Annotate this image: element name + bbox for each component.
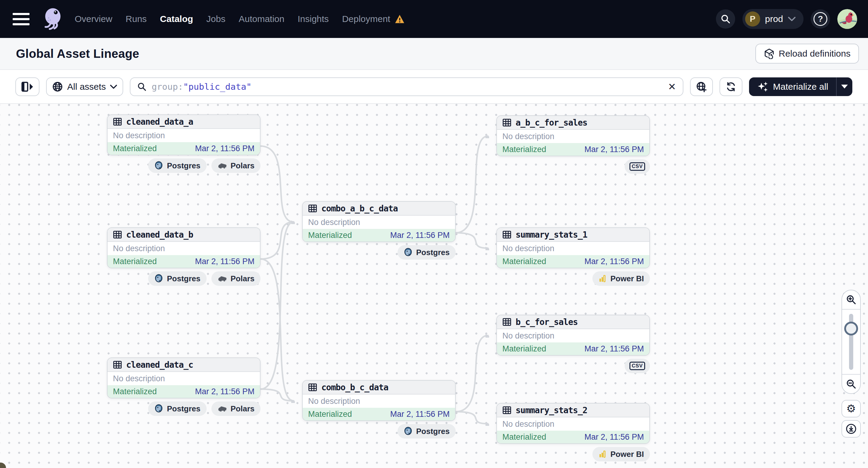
asset-node-summary-stats-1[interactable]: summary_stats_1 No description Materiali…	[496, 227, 650, 268]
chevron-down-icon	[110, 84, 117, 89]
search-query-prefix: group:	[152, 82, 183, 92]
user-avatar[interactable]	[837, 9, 857, 29]
status-badge: Materialized	[502, 145, 546, 154]
tag-polars[interactable]: Polars	[211, 271, 261, 286]
tag-csv[interactable]: CSV	[625, 159, 650, 174]
asset-tags: CSV	[496, 159, 650, 174]
asset-node-combo-a-b-c-data[interactable]: combo_a_b_c_data No description Material…	[302, 201, 456, 242]
zoom-out-button[interactable]	[842, 374, 860, 393]
asset-status-bar: Materialized Mar 2, 11:56 PM	[107, 255, 260, 268]
nav-item-overview[interactable]: Overview	[75, 14, 112, 24]
menu-icon[interactable]	[13, 9, 32, 29]
help-button[interactable]: ?	[811, 9, 830, 29]
zoom-controls	[841, 290, 861, 394]
materialization-timestamp[interactable]: Mar 2, 11:56 PM	[584, 145, 644, 154]
clear-search-icon[interactable]: ✕	[668, 82, 676, 92]
zoom-slider-handle[interactable]	[844, 322, 858, 336]
asset-description: No description	[107, 129, 260, 142]
minimap-corner	[0, 463, 6, 468]
reload-cube-icon	[764, 48, 775, 59]
refresh-button[interactable]	[719, 77, 742, 96]
tag-postgres[interactable]: Postgres	[398, 245, 456, 259]
download-image-button[interactable]	[841, 420, 861, 438]
table-icon	[113, 117, 122, 126]
lineage-toolbar: All assets group:"public_data" ✕	[0, 70, 868, 104]
asset-scope-dropdown[interactable]: All assets	[46, 77, 123, 96]
asset-node-cleaned-data-a[interactable]: cleaned_data_a No description Materializ…	[107, 115, 260, 155]
zoom-out-icon	[846, 379, 857, 389]
workspace-switcher[interactable]: P prod	[742, 9, 804, 29]
asset-tags: Postgres Polars	[107, 158, 260, 173]
nav-item-runs[interactable]: Runs	[126, 14, 147, 24]
tag-postgres[interactable]: Postgres	[148, 271, 206, 286]
asset-description: No description	[497, 242, 649, 255]
tag-power-bi[interactable]: Power BI	[592, 447, 650, 461]
nav-label: Overview	[75, 14, 112, 24]
new-asset-selection-button[interactable]	[690, 77, 713, 96]
table-icon	[308, 204, 317, 213]
tag-power-bi[interactable]: Power BI	[592, 271, 650, 286]
table-icon	[308, 383, 317, 392]
asset-tags: Postgres	[302, 245, 456, 259]
materialization-timestamp[interactable]: Mar 2, 11:56 PM	[390, 410, 450, 419]
materialization-timestamp[interactable]: Mar 2, 11:56 PM	[584, 257, 644, 266]
tag-label: Polars	[231, 161, 255, 170]
asset-node-cleaned-data-c[interactable]: cleaned_data_c No description Materializ…	[107, 357, 260, 399]
asset-scope-label: All assets	[67, 82, 106, 92]
asset-node-header: summary_stats_1	[497, 228, 649, 242]
tag-postgres[interactable]: Postgres	[398, 424, 456, 438]
nav-label: Deployment	[342, 14, 390, 24]
nav-item-catalog[interactable]: Catalog	[160, 14, 193, 24]
asset-node-header: a_b_c_for_sales	[497, 116, 649, 130]
zoom-slider[interactable]	[842, 310, 860, 374]
nav-item-deployment[interactable]: Deployment	[342, 14, 405, 24]
materialization-timestamp[interactable]: Mar 2, 11:56 PM	[195, 257, 254, 266]
nav-item-jobs[interactable]: Jobs	[206, 14, 225, 24]
page-header: Global Asset Lineage Reload definitions	[0, 38, 868, 70]
materialize-all-button[interactable]: Materialize all	[749, 77, 836, 96]
tag-postgres[interactable]: Postgres	[148, 401, 206, 416]
postgres-icon	[404, 248, 413, 257]
materialize-options-button[interactable]	[836, 77, 852, 96]
asset-description: No description	[497, 417, 649, 431]
tag-polars[interactable]: Polars	[211, 158, 261, 173]
page-title: Global Asset Lineage	[16, 47, 139, 61]
nav-item-automation[interactable]: Automation	[239, 14, 284, 24]
dagster-logo-icon[interactable]	[39, 6, 64, 32]
materialization-timestamp[interactable]: Mar 2, 11:56 PM	[195, 144, 254, 153]
search-button[interactable]	[716, 9, 735, 29]
cardinal-avatar-icon	[837, 9, 857, 29]
table-icon	[502, 406, 512, 415]
materialization-timestamp[interactable]: Mar 2, 11:56 PM	[195, 387, 254, 396]
tag-postgres[interactable]: Postgres	[148, 158, 206, 173]
asset-node-combo-b-c-data[interactable]: combo_b_c_data No description Materializ…	[302, 380, 456, 421]
tag-csv[interactable]: CSV	[625, 359, 650, 373]
asset-name: b_c_for_sales	[516, 317, 578, 327]
expand-panel-button[interactable]	[16, 77, 39, 96]
tag-label: Postgres	[167, 274, 200, 283]
asset-name: cleaned_data_b	[126, 230, 193, 240]
asset-node-header: cleaned_data_b	[107, 228, 260, 242]
asset-lineage-canvas[interactable]: cleaned_data_a No description Materializ…	[0, 104, 868, 468]
help-icon: ?	[813, 12, 827, 26]
asset-node-cleaned-data-b[interactable]: cleaned_data_b No description Materializ…	[107, 227, 260, 268]
globe-icon	[52, 81, 63, 92]
lineage-search-input[interactable]: group:"public_data" ✕	[130, 77, 683, 96]
nav-label: Automation	[239, 14, 284, 24]
caret-down-icon	[841, 85, 848, 89]
materialization-timestamp[interactable]: Mar 2, 11:56 PM	[584, 433, 644, 442]
reload-definitions-button[interactable]: Reload definitions	[755, 44, 859, 64]
asset-tags: Postgres Polars	[107, 271, 260, 286]
materialization-timestamp[interactable]: Mar 2, 11:56 PM	[584, 344, 644, 353]
asset-node-a-b-c-for-sales[interactable]: a_b_c_for_sales No description Materiali…	[496, 115, 650, 156]
postgres-icon	[154, 404, 163, 413]
tag-polars[interactable]: Polars	[211, 401, 261, 416]
graph-settings-button[interactable]: ⚙	[841, 400, 861, 417]
asset-node-b-c-for-sales[interactable]: b_c_for_sales No description Materialize…	[496, 315, 650, 356]
reload-definitions-label: Reload definitions	[779, 49, 851, 59]
materialization-timestamp[interactable]: Mar 2, 11:56 PM	[390, 231, 450, 240]
zoom-in-button[interactable]	[842, 290, 860, 310]
tag-label: Postgres	[416, 427, 450, 436]
asset-node-summary-stats-2[interactable]: summary_stats_2 No description Materiali…	[496, 403, 650, 444]
nav-item-insights[interactable]: Insights	[298, 14, 329, 24]
